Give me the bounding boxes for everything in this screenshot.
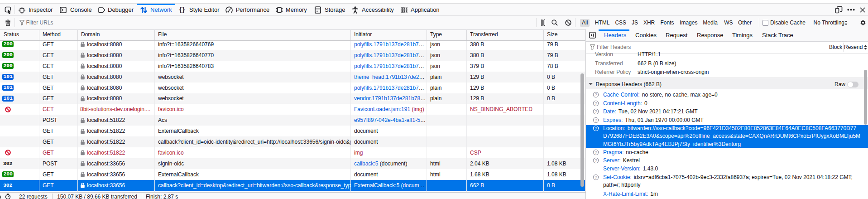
svg-text:?: ? [595, 126, 597, 131]
svg-text:?: ? [595, 175, 597, 180]
svg-text:?: ? [595, 118, 597, 122]
svg-text:?: ? [595, 109, 597, 114]
svg-text:?: ? [595, 158, 597, 163]
svg-text:?: ? [595, 150, 597, 155]
svg-text:?: ? [595, 101, 597, 106]
svg-text:?: ? [595, 92, 597, 97]
